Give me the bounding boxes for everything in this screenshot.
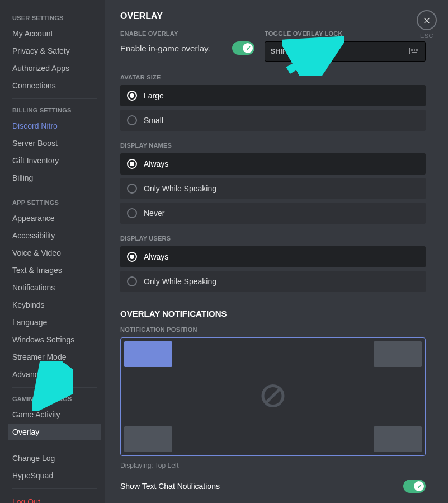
sidebar-item-notifications[interactable]: Notifications [8, 279, 101, 296]
enable-overlay-label: Enable Overlay [120, 30, 254, 37]
esc-label: ESC [417, 32, 437, 39]
divider [12, 488, 97, 489]
radio-label: Large [144, 91, 164, 100]
radio-icon [127, 208, 137, 218]
svg-rect-4 [412, 49, 413, 50]
sidebar-item-overlay[interactable]: Overlay [8, 424, 101, 440]
sidebar-item-voice-video[interactable]: Voice & Video [8, 245, 101, 261]
display-users-option-always[interactable]: Always [120, 246, 426, 267]
svg-rect-9 [412, 50, 413, 51]
sidebar-section-title: App Settings [8, 196, 101, 209]
display-users-option-only-while-speaking[interactable]: Only While Speaking [120, 271, 426, 292]
display-names-option-never[interactable]: Never [120, 203, 426, 224]
svg-rect-12 [417, 50, 418, 51]
avatar-size-label: Avatar Size [120, 74, 426, 81]
sidebar-item-game-activity[interactable]: Game Activity [8, 406, 101, 423]
radio-icon [127, 115, 137, 125]
svg-line-15 [266, 389, 280, 403]
sidebar-item-windows-settings[interactable]: Windows Settings [8, 331, 101, 348]
sidebar-item-discord-nitro[interactable]: Discord Nitro [8, 117, 101, 134]
notif-pos-bottom-right[interactable] [374, 426, 422, 452]
radio-icon [127, 159, 137, 169]
divider [12, 387, 97, 388]
sidebar-item-my-account[interactable]: My Account [8, 25, 101, 42]
svg-rect-13 [412, 52, 417, 53]
text-chat-notif-label: Show Text Chat Notifications [120, 482, 220, 491]
close-button[interactable] [417, 10, 437, 30]
svg-rect-8 [411, 50, 412, 51]
sidebar-item-hypesquad[interactable]: HypeSquad [8, 467, 101, 484]
sidebar-item-billing[interactable]: Billing [8, 170, 101, 186]
keybind-value: SHIFT + ` [271, 48, 302, 55]
sidebar-item-keybinds[interactable]: Keybinds [8, 297, 101, 313]
radio-label: Always [144, 252, 168, 261]
svg-rect-7 [417, 49, 418, 50]
sidebar-item-privacy-safety[interactable]: Privacy & Safety [8, 43, 101, 59]
avatar-size-option-large[interactable]: Large [120, 85, 426, 106]
svg-rect-10 [414, 50, 415, 51]
avatar-size-option-small[interactable]: Small [120, 110, 426, 131]
notif-position-picker [120, 337, 426, 456]
svg-rect-3 [411, 49, 412, 50]
sidebar-item-appearance[interactable]: Appearance [8, 210, 101, 227]
notif-displaying-text: Displaying: Top Left [120, 462, 426, 469]
divider [12, 98, 97, 99]
logout-button[interactable]: Log Out [8, 493, 101, 503]
sidebar-section-title: Gaming Settings [8, 392, 101, 406]
sidebar-item-gift-inventory[interactable]: Gift Inventory [8, 152, 101, 169]
radio-icon [127, 91, 137, 101]
sidebar-item-connections[interactable]: Connections [8, 77, 101, 94]
notif-pos-bottom-left[interactable] [124, 426, 172, 452]
radio-icon [127, 276, 137, 286]
radio-label: Always [144, 159, 168, 168]
overlay-notifications-title: Overlay Notifications [120, 309, 426, 318]
disable-icon[interactable] [260, 383, 286, 411]
sidebar-item-change-log[interactable]: Change Log [8, 450, 101, 467]
sidebar-section-title: Billing Settings [8, 104, 101, 117]
display-names-option-only-while-speaking[interactable]: Only While Speaking [120, 178, 426, 199]
overlay-lock-keybind[interactable]: SHIFT + ` [265, 41, 426, 62]
svg-rect-6 [416, 49, 417, 50]
enable-overlay-desc: Enable in-game overlay. [120, 44, 210, 53]
page-title: Overlay [120, 11, 426, 21]
notif-pos-top-right[interactable] [374, 341, 422, 367]
settings-sidebar: User SettingsMy AccountPrivacy & SafetyA… [0, 0, 105, 503]
close-icon [422, 16, 431, 25]
radio-label: Never [144, 209, 164, 218]
sidebar-item-streamer-mode[interactable]: Streamer Mode [8, 349, 101, 365]
radio-label: Only While Speaking [144, 184, 216, 193]
settings-content: ESC Overlay Enable Overlay Enable in-gam… [105, 0, 448, 503]
display-users-label: Display Users [120, 235, 426, 242]
radio-label: Small [144, 116, 163, 125]
radio-icon [127, 184, 137, 194]
radio-icon [127, 252, 137, 262]
sidebar-item-accessibility[interactable]: Accessibility [8, 227, 101, 244]
divider [12, 191, 97, 191]
sidebar-item-authorized-apps[interactable]: Authorized Apps [8, 60, 101, 77]
display-names-label: Display Names [120, 142, 426, 149]
svg-rect-5 [414, 49, 415, 50]
sidebar-item-server-boost[interactable]: Server Boost [8, 135, 101, 152]
divider [12, 445, 97, 445]
radio-label: Only While Speaking [144, 277, 216, 286]
sidebar-item-language[interactable]: Language [8, 314, 101, 331]
sidebar-item-advanced[interactable]: Advanced [8, 366, 101, 383]
sidebar-section-title: User Settings [8, 11, 101, 25]
display-names-option-always[interactable]: Always [120, 153, 426, 175]
sidebar-item-text-images[interactable]: Text & Images [8, 262, 101, 279]
toggle-lock-label: Toggle Overlay Lock [265, 30, 426, 37]
keyboard-icon [409, 48, 419, 56]
svg-rect-11 [416, 50, 417, 51]
text-chat-notif-toggle[interactable]: ✓ [403, 480, 426, 493]
enable-overlay-toggle[interactable]: ✓ [232, 41, 254, 55]
notif-pos-top-left[interactable] [124, 341, 172, 367]
notif-position-label: Notification Position [120, 326, 426, 333]
